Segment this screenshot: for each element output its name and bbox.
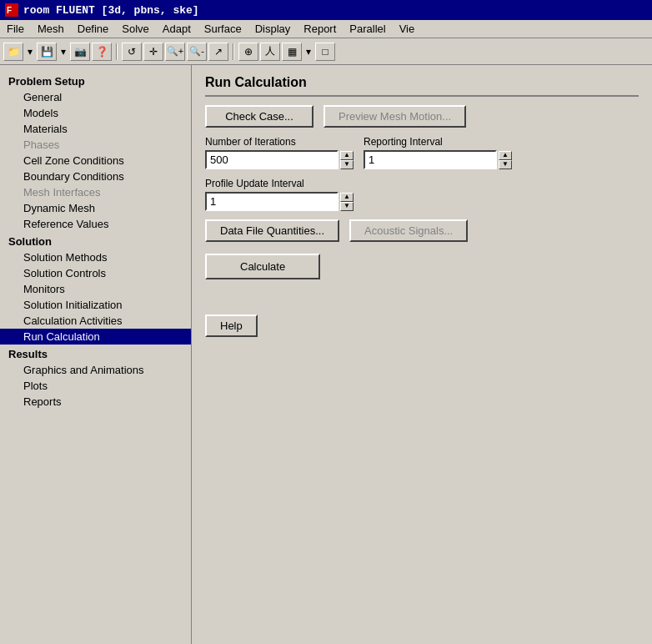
section-solution: Solution [0,232,191,249]
dropdown-grid[interactable]: ▾ [303,43,313,61]
title-bar: F room FLUENT [3d, pbns, ske] [0,0,652,20]
reporting-down[interactable]: ▼ [499,160,512,169]
menu-bar: File Mesh Define Solve Adapt Surface Dis… [0,20,652,38]
open-button[interactable]: 📁 [3,43,23,61]
toolbar: 📁 ▾ 💾 ▾ 📷 ❓ ↺ ✛ 🔍+ 🔍- ↗ ⊕ 人 ▦ ▾ □ [0,38,652,65]
menu-mesh[interactable]: Mesh [31,21,71,37]
menu-parallel[interactable]: Parallel [343,21,392,37]
reporting-spinner: ▲ ▼ [499,151,512,169]
dropdown-save[interactable]: ▾ [58,43,68,61]
iterations-down[interactable]: ▼ [340,160,354,169]
sidebar-item-monitors[interactable]: Monitors [0,281,191,297]
menu-report[interactable]: Report [297,21,343,37]
menu-file[interactable]: File [0,21,31,37]
separator-2 [233,43,234,60]
iterations-up[interactable]: ▲ [340,151,354,160]
dropdown-open[interactable]: ▾ [25,43,35,61]
data-acoustic-row: Data File Quantities... Acoustic Signals… [205,219,639,242]
section-problem-setup: Problem Setup [0,72,191,89]
data-file-button[interactable]: Data File Quantities... [205,219,339,242]
zoom-out-button[interactable]: 🔍- [187,43,207,61]
acoustic-button: Acoustic Signals... [349,219,468,242]
profile-label: Profile Update Interval [205,178,354,189]
menu-vie[interactable]: Vie [393,21,422,37]
sidebar-item-general[interactable]: General [0,89,191,105]
check-preview-row: Check Case... Preview Mesh Motion... [205,105,639,128]
reporting-group: Reporting Interval ▲ ▼ [364,136,512,169]
calculate-row: Calculate [205,254,639,279]
profile-row: Profile Update Interval ▲ ▼ [205,178,639,211]
sidebar-item-mesh-interfaces: Mesh Interfaces [0,184,191,200]
menu-display[interactable]: Display [248,21,298,37]
reporting-up[interactable]: ▲ [499,151,512,160]
help-row: Help [205,298,639,337]
sidebar-item-solution-methods[interactable]: Solution Methods [0,249,191,265]
check-case-button[interactable]: Check Case... [205,105,313,128]
calculate-button[interactable]: Calculate [205,254,320,279]
profile-spinner: ▲ ▼ [340,193,354,211]
sidebar-item-solution-init[interactable]: Solution Initialization [0,297,191,313]
grid-button[interactable]: ▦ [282,43,302,61]
menu-solve[interactable]: Solve [115,21,156,37]
title-bar-text: room FLUENT [3d, pbns, ske] [23,4,199,17]
sidebar-item-solution-controls[interactable]: Solution Controls [0,265,191,281]
iterations-label: Number of Iterations [205,136,354,148]
iterations-group: Number of Iterations ▲ ▼ [205,136,354,169]
main-layout: Problem Setup General Models Materials P… [0,65,652,644]
sidebar-item-cell-zone[interactable]: Cell Zone Conditions [0,153,191,169]
sidebar-item-materials[interactable]: Materials [0,121,191,137]
sidebar-item-calc-activities[interactable]: Calculation Activities [0,313,191,329]
transform-button[interactable]: ✛ [143,43,163,61]
square-button[interactable]: □ [315,43,335,61]
menu-define[interactable]: Define [71,21,116,37]
arrow-button[interactable]: ↗ [208,43,228,61]
sidebar-item-plots[interactable]: Plots [0,378,191,394]
content-area: Run Calculation Check Case... Preview Me… [192,65,652,644]
circle-button[interactable]: ⊕ [238,43,258,61]
sidebar-item-run-calculation[interactable]: Run Calculation [0,329,191,345]
separator-1 [116,43,118,60]
profile-input-group: ▲ ▼ [205,192,354,211]
sidebar: Problem Setup General Models Materials P… [0,65,192,644]
sidebar-item-reports[interactable]: Reports [0,394,191,410]
reporting-label: Reporting Interval [364,136,512,148]
menu-adapt[interactable]: Adapt [156,21,198,37]
fluent-icon: F [5,3,18,17]
iterations-input[interactable] [205,150,339,169]
help-button[interactable]: Help [205,314,258,337]
sidebar-item-reference-values[interactable]: Reference Values [0,216,191,232]
sidebar-item-boundary[interactable]: Boundary Conditions [0,169,191,184]
profile-up[interactable]: ▲ [340,193,354,202]
save-button[interactable]: 💾 [37,43,57,61]
reporting-input[interactable] [364,150,497,169]
profile-group: Profile Update Interval ▲ ▼ [205,178,354,211]
person-button[interactable]: 人 [260,43,280,61]
svg-text:F: F [7,6,12,15]
profile-input[interactable] [205,192,339,211]
reporting-input-group: ▲ ▼ [364,150,512,169]
sidebar-item-graphics[interactable]: Graphics and Animations [0,362,191,378]
sidebar-item-phases: Phases [0,137,191,153]
preview-mesh-button: Preview Mesh Motion... [323,105,466,128]
iterations-input-group: ▲ ▼ [205,150,354,169]
sidebar-item-models[interactable]: Models [0,105,191,121]
iterations-reporting-row: Number of Iterations ▲ ▼ Reporting Inter… [205,136,639,169]
sidebar-item-dynamic-mesh[interactable]: Dynamic Mesh [0,200,191,216]
help-toolbar-button[interactable]: ❓ [92,43,112,61]
menu-surface[interactable]: Surface [198,21,248,37]
zoom-in-button[interactable]: 🔍+ [165,43,185,61]
iterations-spinner: ▲ ▼ [340,151,354,169]
screenshot-button[interactable]: 📷 [70,43,90,61]
refresh-button[interactable]: ↺ [122,43,142,61]
section-results: Results [0,345,191,362]
profile-down[interactable]: ▼ [340,202,354,211]
panel-title: Run Calculation [205,75,639,97]
